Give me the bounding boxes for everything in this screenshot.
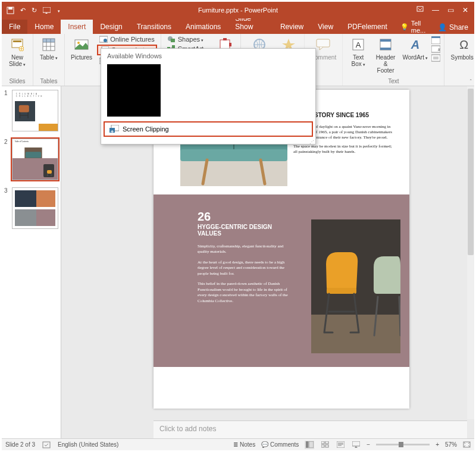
pictures-button[interactable]: Pictures <box>68 35 95 62</box>
reading-view-icon[interactable] <box>336 441 345 449</box>
maximize-icon[interactable]: ▭ <box>447 6 454 14</box>
qat-customize-icon[interactable] <box>57 7 60 14</box>
object-icon[interactable] <box>431 54 440 62</box>
scrollbar-thumb[interactable] <box>468 89 474 255</box>
mauve-block[interactable]: 26 HYGGE-CENTRIC DESIGN VALUES Simplicit… <box>154 194 409 367</box>
svg-rect-63 <box>180 149 287 161</box>
new-slide-button[interactable]: New Slide <box>5 35 29 68</box>
chair-image[interactable] <box>311 219 400 353</box>
spellcheck-icon[interactable] <box>42 441 51 448</box>
tab-file[interactable]: File <box>2 20 27 34</box>
save-icon[interactable] <box>7 7 14 14</box>
svg-text:A: A <box>410 38 419 51</box>
slide-number-icon[interactable]: # <box>431 45 440 53</box>
svg-rect-72 <box>321 445 324 447</box>
wordart-button[interactable]: AWordArt <box>401 35 430 62</box>
online-pictures-label: Online Pictures <box>110 36 155 43</box>
comments-toggle[interactable]: 💬 Comments <box>261 441 299 448</box>
slides-panel[interactable]: 1 C O L U M B I AC O L L E C T I V E 2 T… <box>2 86 61 438</box>
start-slideshow-icon[interactable] <box>43 7 51 14</box>
screen-clipping-item[interactable]: Screen Clipping <box>104 121 313 137</box>
notes-toggle[interactable]: ≣ Notes <box>233 441 255 448</box>
svg-rect-69 <box>309 441 314 448</box>
svg-point-10 <box>77 42 80 44</box>
group-symbols: ΩSymbols <box>444 34 476 86</box>
notes-toggle-label: Notes <box>240 441 255 448</box>
sorter-view-icon[interactable] <box>320 441 330 449</box>
comment-icon <box>315 36 331 53</box>
table-icon <box>40 36 57 53</box>
zoom-out-icon[interactable]: − <box>367 441 370 448</box>
section-2-title: HYGGE-CENTRIC DESIGN VALUES <box>198 224 293 237</box>
normal-view-icon[interactable] <box>305 441 314 449</box>
window-thumbnail[interactable] <box>107 64 161 117</box>
svg-rect-31 <box>380 39 391 42</box>
zoom-in-icon[interactable]: + <box>436 441 439 448</box>
svg-rect-68 <box>306 441 308 448</box>
textbox-icon: A <box>350 36 367 53</box>
tab-pdfelement[interactable]: PDFelement <box>340 20 394 34</box>
symbols-button[interactable]: ΩSymbols <box>448 35 476 62</box>
date-time-icon[interactable] <box>431 36 440 44</box>
svg-rect-5 <box>13 40 21 42</box>
slide-thumb-1[interactable]: 1 C O L U M B I AC O L L E C T I V E <box>4 90 58 131</box>
status-bar: Slide 2 of 3 English (United States) ≣ N… <box>2 438 474 450</box>
svg-point-12 <box>104 39 107 42</box>
slide-1-preview: C O L U M B I AC O L L E C T I V E <box>12 90 58 131</box>
window-controls: — ▭ ✕ <box>411 6 474 14</box>
shapes-button[interactable]: Shapes <box>165 35 206 43</box>
ribbon-options-icon[interactable] <box>416 6 424 14</box>
tab-review[interactable]: Review <box>273 20 311 34</box>
svg-rect-70 <box>321 441 324 444</box>
svg-rect-65 <box>311 315 400 353</box>
new-slide-label: New Slide <box>9 54 26 67</box>
redo-icon[interactable]: ↻ <box>32 7 37 14</box>
fit-window-icon[interactable] <box>463 441 471 448</box>
tab-insert[interactable]: Insert <box>61 20 93 34</box>
svg-rect-19 <box>171 39 175 42</box>
textbox-button[interactable]: AText Box <box>346 35 370 68</box>
tell-me-search[interactable]: 💡Tell me... <box>400 20 432 34</box>
dropdown-resize-grip[interactable]: ⋰ <box>101 139 315 144</box>
svg-rect-35 <box>431 36 440 38</box>
section-2-number: 26 <box>198 210 293 224</box>
online-pictures-button[interactable]: Online Pictures <box>97 35 157 43</box>
slideshow-view-icon[interactable] <box>351 441 361 449</box>
vertical-scrollbar[interactable] <box>467 86 474 419</box>
tell-me-label: Tell me... <box>411 20 432 34</box>
slide-counter[interactable]: Slide 2 of 3 <box>5 441 35 448</box>
th2-title: Table of Contents <box>15 140 29 143</box>
table-button[interactable]: Table <box>37 35 61 62</box>
language-status[interactable]: English (United States) <box>58 441 118 448</box>
tab-design[interactable]: Design <box>93 20 129 34</box>
section-1-p2: The space may be modest in size but it i… <box>293 144 394 155</box>
online-pictures-icon <box>99 36 108 43</box>
svg-rect-27 <box>317 39 330 47</box>
tab-home[interactable]: Home <box>27 20 61 34</box>
group-tables: Table Tables <box>33 34 65 86</box>
zoom-percent[interactable]: 57% <box>445 441 457 448</box>
zoom-slider[interactable] <box>376 444 430 445</box>
header-footer-button[interactable]: Header & Footer <box>372 35 399 75</box>
svg-rect-71 <box>325 441 328 444</box>
share-button[interactable]: 👤Share <box>432 21 474 34</box>
dropdown-header: Available Windows <box>101 49 315 62</box>
tab-view[interactable]: View <box>311 20 340 34</box>
minimize-icon[interactable]: — <box>432 6 439 14</box>
ribbon-tabs: File Home Insert Design Transitions Anim… <box>2 18 474 34</box>
collapse-ribbon-icon[interactable]: ˄ <box>469 79 472 84</box>
screenshot-dropdown: Available Windows Screen Clipping ⋰ <box>101 48 316 145</box>
tab-animations[interactable]: Animations <box>178 20 228 34</box>
svg-rect-48 <box>47 170 52 174</box>
notes-pane[interactable]: Click to add notes <box>154 420 467 438</box>
undo-icon[interactable]: ↶ <box>20 7 26 14</box>
tab-transitions[interactable]: Transitions <box>130 20 178 34</box>
slide-thumb-2[interactable]: 2 Table of Contents <box>4 139 58 180</box>
close-icon[interactable]: ✕ <box>462 6 468 14</box>
section-2-text[interactable]: 26 HYGGE-CENTRIC DESIGN VALUES Simplicit… <box>198 210 293 309</box>
svg-rect-24 <box>223 38 227 40</box>
svg-rect-2 <box>43 7 51 12</box>
zoom-knob[interactable] <box>399 442 403 447</box>
slide-thumb-3[interactable]: 3 <box>4 187 58 229</box>
svg-rect-1 <box>8 7 12 10</box>
